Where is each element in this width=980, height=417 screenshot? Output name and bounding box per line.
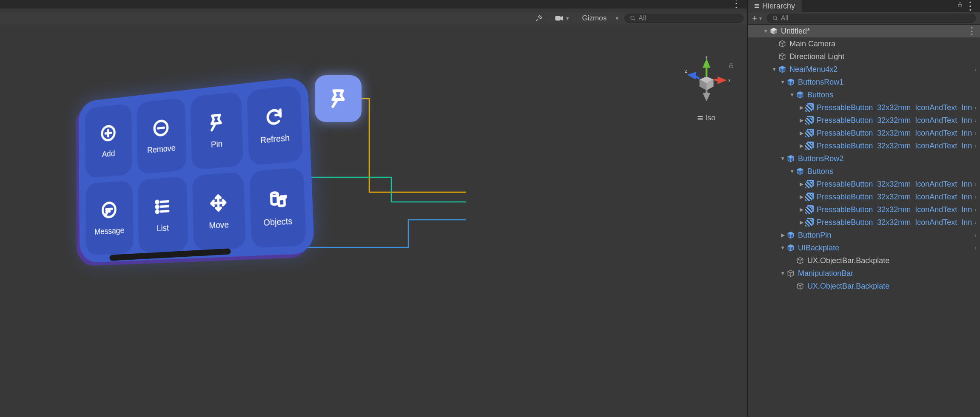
foldout-arrow-icon[interactable]: ▼ bbox=[789, 92, 795, 97]
create-dropdown[interactable]: + ▼ bbox=[752, 13, 763, 24]
hierarchy-row[interactable]: ▼ UIBackplate› bbox=[748, 241, 980, 254]
orientation-gizmo[interactable]: y x z Iso bbox=[679, 56, 734, 128]
hierarchy-row[interactable]: ▶ PressableButton_32x32mm_IconAndText_In… bbox=[748, 203, 980, 216]
svg-point-23 bbox=[773, 16, 777, 20]
hierarchy-tree[interactable]: ▼ Untitled* ⋮ Main Camera Directional Li… bbox=[748, 25, 980, 417]
open-prefab-icon[interactable]: › bbox=[972, 207, 977, 213]
nearmenu-button-message[interactable]: Message bbox=[85, 180, 133, 255]
hierarchy-row[interactable]: ▶ PressableButton_32x32mm_IconAndText_In… bbox=[748, 216, 980, 229]
foldout-arrow-icon[interactable]: ▼ bbox=[779, 245, 786, 250]
foldout-arrow-icon[interactable]: ▶ bbox=[798, 130, 805, 136]
foldout-arrow-icon[interactable]: ▶ bbox=[779, 233, 786, 238]
hierarchy-item-label: PressableButton_32x32mm_IconAndText_Inn bbox=[817, 180, 972, 188]
hierarchy-row[interactable]: ▶ PressableButton_32x32mm_IconAndText_In… bbox=[748, 178, 980, 190]
foldout-arrow-icon[interactable]: ▼ bbox=[779, 271, 786, 276]
scene-search-input[interactable]: All bbox=[624, 14, 744, 23]
foldout-arrow-icon[interactable]: ▶ bbox=[798, 105, 805, 110]
iso-bars-icon bbox=[698, 116, 703, 120]
nearmenu-button-add[interactable]: Add bbox=[85, 103, 132, 178]
hierarchy-row[interactable]: ▼ ButtonsRow1 bbox=[748, 76, 980, 88]
svg-point-7 bbox=[156, 210, 158, 213]
open-prefab-icon[interactable]: › bbox=[972, 194, 977, 200]
foldout-arrow-icon[interactable]: ▶ bbox=[798, 207, 805, 212]
hierarchy-search-placeholder: All bbox=[781, 14, 789, 22]
hierarchy-row[interactable]: ▶ PressableButton_32x32mm_IconAndText_In… bbox=[748, 101, 980, 114]
foldout-arrow-icon[interactable]: ▼ bbox=[779, 79, 786, 85]
open-prefab-icon[interactable]: › bbox=[972, 143, 977, 149]
panel-options-icon[interactable]: ⋮ bbox=[965, 0, 976, 13]
hierarchy-item-label: UX.ObjectBar.Backplate bbox=[807, 282, 977, 290]
foldout-arrow-icon[interactable]: ▼ bbox=[771, 67, 778, 72]
hierarchy-tab-bar: Hierarchy ⋮ bbox=[748, 0, 980, 12]
scene-viewport[interactable]: AddRemovePinRefreshMessageListMoveObject… bbox=[0, 24, 747, 417]
scene-toolbar: ▼ Gizmos ▼ All bbox=[0, 12, 747, 24]
scene-tab-options-icon[interactable]: ⋮ bbox=[731, 0, 742, 8]
cube-gray-icon bbox=[786, 269, 795, 278]
foldout-arrow-icon[interactable]: ▶ bbox=[798, 182, 805, 187]
cube-blue-icon bbox=[786, 154, 795, 163]
projection-mode-toggle[interactable]: Iso bbox=[698, 113, 715, 122]
nearmenu-button-pin[interactable]: Pin bbox=[190, 91, 243, 170]
foldout-arrow-icon[interactable]: ▶ bbox=[798, 220, 805, 225]
hierarchy-row[interactable]: ▼ ButtonsRow2 bbox=[748, 152, 980, 165]
hierarchy-item-label: PressableButton_32x32mm_IconAndText_Inn bbox=[817, 116, 972, 124]
axis-y-label: y bbox=[705, 56, 708, 59]
hierarchy-row[interactable]: Directional Light bbox=[748, 50, 980, 63]
hierarchy-row[interactable]: UX.ObjectBar.Backplate bbox=[748, 254, 980, 267]
camera-icon[interactable]: ▼ bbox=[553, 14, 573, 23]
nearmenu-button-list[interactable]: List bbox=[137, 176, 188, 252]
nearmenu-button-move[interactable]: Move bbox=[192, 172, 246, 250]
svg-rect-10 bbox=[729, 65, 733, 68]
gizmos-dropdown[interactable]: Gizmos bbox=[580, 13, 610, 24]
hierarchy-row[interactable]: ▶ ButtonPin› bbox=[748, 229, 980, 241]
hierarchy-item-label: ButtonPin bbox=[798, 231, 972, 239]
svg-marker-14 bbox=[703, 59, 710, 68]
cube-blue-icon bbox=[786, 243, 795, 252]
tools-icon[interactable] bbox=[533, 13, 545, 23]
open-prefab-icon[interactable]: › bbox=[972, 181, 977, 187]
hierarchy-row[interactable]: ▼ NearMenu4x2› bbox=[748, 63, 980, 76]
near-menu-panel: AddRemovePinRefreshMessageListMoveObject… bbox=[79, 76, 315, 263]
panel-lock-icon[interactable] bbox=[957, 1, 963, 10]
open-prefab-icon[interactable]: › bbox=[972, 130, 977, 136]
hierarchy-row[interactable]: ▶ PressableButton_32x32mm_IconAndText_In… bbox=[748, 114, 980, 127]
cube-gray-icon bbox=[778, 52, 787, 61]
nearmenu-button-remove[interactable]: Remove bbox=[137, 97, 187, 174]
nearmenu-button-label: List bbox=[157, 223, 169, 233]
open-prefab-icon[interactable]: › bbox=[972, 117, 977, 123]
svg-marker-20 bbox=[703, 93, 710, 101]
open-prefab-icon[interactable]: › bbox=[972, 245, 977, 251]
hierarchy-row[interactable]: ▶ PressableButton_32x32mm_IconAndText_In… bbox=[748, 190, 980, 203]
open-prefab-icon[interactable]: › bbox=[972, 232, 977, 238]
hierarchy-row[interactable]: ▼ Buttons bbox=[748, 165, 980, 178]
hierarchy-search-input[interactable]: All bbox=[767, 14, 976, 23]
refresh-icon bbox=[264, 106, 284, 130]
open-prefab-icon[interactable]: › bbox=[972, 105, 977, 111]
hierarchy-row[interactable]: ▶ PressableButton_32x32mm_IconAndText_In… bbox=[748, 127, 980, 139]
axis-z-label: z bbox=[685, 68, 687, 74]
scene-root-row[interactable]: ▼ Untitled* ⋮ bbox=[748, 25, 980, 37]
floating-pin-button[interactable] bbox=[315, 75, 362, 122]
foldout-arrow-icon[interactable]: ▼ bbox=[789, 169, 795, 174]
foldout-arrow-icon[interactable]: ▶ bbox=[798, 118, 805, 123]
nearmenu-button-objects[interactable]: Objects bbox=[249, 167, 306, 248]
hierarchy-row[interactable]: ▶ PressableButton_32x32mm_IconAndText_In… bbox=[748, 139, 980, 152]
open-prefab-icon[interactable]: › bbox=[972, 219, 977, 225]
hierarchy-item-label: Buttons bbox=[807, 91, 977, 99]
foldout-arrow-icon[interactable]: ▶ bbox=[798, 194, 805, 199]
nearmenu-button-label: Pin bbox=[211, 139, 223, 149]
gizmos-caret-icon[interactable]: ▼ bbox=[611, 14, 623, 22]
lock-icon[interactable] bbox=[728, 62, 734, 71]
scene-options-icon[interactable]: ⋮ bbox=[965, 26, 977, 36]
foldout-arrow-icon[interactable]: ▶ bbox=[798, 143, 805, 148]
hierarchy-row[interactable]: ▼ ManipulationBar bbox=[748, 267, 980, 280]
hierarchy-item-label: PressableButton_32x32mm_IconAndText_Inn bbox=[817, 104, 972, 111]
hierarchy-tab[interactable]: Hierarchy bbox=[748, 0, 802, 12]
hierarchy-row[interactable]: Main Camera bbox=[748, 37, 980, 50]
open-prefab-icon[interactable]: › bbox=[972, 66, 977, 72]
nearmenu-button-refresh[interactable]: Refresh bbox=[247, 85, 303, 165]
hierarchy-row[interactable]: UX.ObjectBar.Backplate bbox=[748, 280, 980, 292]
hierarchy-row[interactable]: ▼ Buttons bbox=[748, 88, 980, 101]
foldout-arrow-icon[interactable]: ▼ bbox=[762, 28, 769, 34]
foldout-arrow-icon[interactable]: ▼ bbox=[779, 156, 786, 161]
